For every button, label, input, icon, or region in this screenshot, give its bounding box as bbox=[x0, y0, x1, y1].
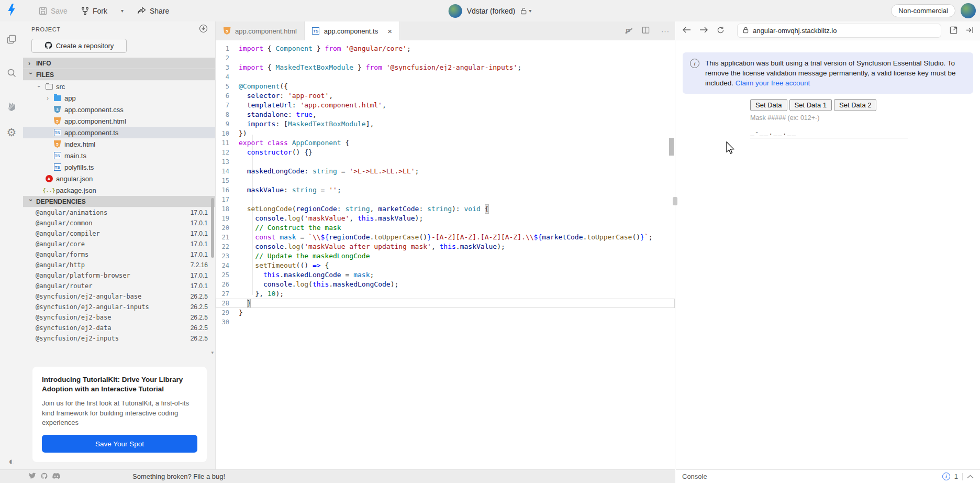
dependency-version: 17.0.1 bbox=[191, 230, 208, 237]
console-bar[interactable]: Console i 1 bbox=[676, 469, 980, 483]
dependency-item[interactable]: @angular/forms17.0.1 bbox=[23, 249, 215, 260]
search-icon[interactable] bbox=[0, 62, 23, 83]
dependency-item[interactable]: @angular/platform-browser17.0.1 bbox=[23, 270, 215, 281]
project-owner-avatar[interactable] bbox=[449, 4, 462, 18]
ts-file-icon: TS bbox=[312, 27, 319, 35]
prettier-icon[interactable]: P bbox=[626, 27, 630, 35]
file-item[interactable]: 3app.component.css bbox=[23, 104, 215, 115]
set-data-button-2[interactable]: Set Data 2 bbox=[834, 99, 876, 111]
file-label: app bbox=[64, 94, 76, 102]
set-data-button-0[interactable]: Set Data bbox=[750, 99, 787, 111]
dependency-version: 26.2.5 bbox=[191, 303, 208, 311]
twitter-icon[interactable] bbox=[29, 473, 36, 481]
user-avatar[interactable] bbox=[961, 3, 976, 18]
github-icon[interactable] bbox=[41, 473, 48, 481]
code-line: 7 templateUrl: 'app.component.html', bbox=[216, 101, 675, 110]
create-repository-button[interactable]: Create a repository bbox=[31, 39, 127, 53]
section-info[interactable]: › INFO bbox=[23, 58, 215, 69]
editor-pane[interactable]: 5app.component.htmlTSapp.component.ts×P·… bbox=[216, 21, 675, 469]
firebase-icon[interactable] bbox=[0, 96, 23, 117]
more-options-icon[interactable]: ··· bbox=[661, 27, 670, 35]
dependency-item[interactable]: @angular/http7.2.16 bbox=[23, 260, 215, 270]
splitter-handle[interactable] bbox=[673, 197, 677, 205]
visibility-unlock-icon[interactable]: ▾ bbox=[520, 7, 531, 15]
dependency-name: @angular/common bbox=[36, 219, 191, 227]
back-icon[interactable] bbox=[682, 26, 691, 35]
masked-textbox-input[interactable]: _-__.__.__ bbox=[750, 128, 908, 136]
code-line: 5@Component({ bbox=[216, 82, 675, 91]
address-bar[interactable]: angular-omvqhj.stackblitz.io bbox=[737, 24, 941, 38]
file-item[interactable]: 5app.component.html bbox=[23, 115, 215, 127]
file-item[interactable]: 5index.html bbox=[23, 138, 215, 150]
discord-icon[interactable] bbox=[52, 473, 60, 481]
project-panel: PROJECT Create a repository › INFO › FIL… bbox=[23, 21, 216, 469]
tab-label: app.component.ts bbox=[324, 27, 378, 35]
file-item[interactable]: TSmain.ts bbox=[23, 150, 215, 161]
save-button[interactable]: Save bbox=[39, 7, 68, 15]
fork-icon bbox=[81, 7, 89, 15]
dependency-item[interactable]: @angular/compiler17.0.1 bbox=[23, 228, 215, 239]
dependencies-list: @angular/animations17.0.1@angular/common… bbox=[23, 207, 215, 344]
dependency-version: 17.0.1 bbox=[191, 272, 208, 279]
save-icon bbox=[39, 7, 47, 15]
files-panel-icon[interactable] bbox=[0, 29, 23, 50]
file-label: main.ts bbox=[64, 152, 86, 160]
line-number: 12 bbox=[216, 148, 239, 157]
section-dependencies[interactable]: › DEPENDENCIES bbox=[23, 196, 215, 207]
tab-app.component.html[interactable]: 5app.component.html bbox=[216, 21, 305, 40]
forward-icon[interactable] bbox=[699, 26, 708, 35]
save-your-spot-button[interactable]: Save Your Spot bbox=[42, 435, 197, 453]
line-number: 8 bbox=[216, 110, 239, 119]
stackblitz-logo-icon[interactable] bbox=[7, 4, 16, 18]
download-project-icon[interactable] bbox=[199, 24, 208, 35]
split-editor-icon[interactable] bbox=[642, 26, 650, 36]
open-in-new-window-icon[interactable] bbox=[950, 26, 957, 36]
open-in-editor-icon[interactable] bbox=[966, 27, 974, 35]
sidebar-scrollbar[interactable] bbox=[211, 198, 214, 258]
file-item[interactable]: Aangular.json bbox=[23, 173, 215, 184]
set-data-button-1[interactable]: Set Data 1 bbox=[789, 99, 832, 111]
file-item[interactable]: TSapp.component.ts bbox=[23, 127, 215, 138]
share-button[interactable]: Share bbox=[137, 7, 169, 15]
file-item[interactable]: {..}package.json bbox=[23, 184, 215, 196]
line-number: 27 bbox=[216, 289, 239, 299]
dependency-item[interactable]: @syncfusion/ej2-angular-base26.2.5 bbox=[23, 291, 215, 302]
dependency-item[interactable]: @syncfusion/ej2-base26.2.5 bbox=[23, 312, 215, 323]
dependency-item[interactable]: @angular/animations17.0.1 bbox=[23, 207, 215, 218]
close-icon[interactable]: × bbox=[387, 27, 392, 36]
non-commercial-badge[interactable]: Non-commercial bbox=[891, 4, 955, 17]
dependency-item[interactable]: @angular/core17.0.1 bbox=[23, 239, 215, 249]
fork-dropdown-chevron-icon[interactable]: ▾ bbox=[121, 8, 124, 14]
console-expand-chevron-icon[interactable] bbox=[967, 473, 974, 480]
reload-icon[interactable] bbox=[717, 26, 725, 36]
chevron-down-icon: › bbox=[27, 72, 35, 78]
settings-gear-icon[interactable]: ⚙ bbox=[0, 122, 23, 143]
ts-file-icon: TS bbox=[54, 152, 61, 159]
line-number: 10 bbox=[216, 129, 239, 138]
file-a-bug-link[interactable]: Something broken? File a bug! bbox=[132, 473, 225, 480]
dependency-name: @angular/animations bbox=[36, 209, 191, 216]
code-line: 10}) bbox=[216, 129, 675, 138]
dependency-item[interactable]: @angular/router17.0.1 bbox=[23, 281, 215, 291]
tab-app.component.ts[interactable]: TSapp.component.ts× bbox=[305, 21, 400, 40]
line-number: 15 bbox=[216, 176, 239, 185]
dependency-item[interactable]: @syncfusion/ej2-data26.2.5 bbox=[23, 323, 215, 333]
dependency-name: @angular/core bbox=[36, 240, 191, 248]
code-line: 20 // Construct the mask bbox=[216, 223, 675, 233]
claim-account-link[interactable]: Claim your free account bbox=[736, 79, 810, 87]
fork-button[interactable]: Fork bbox=[81, 7, 107, 15]
line-number: 4 bbox=[216, 72, 239, 82]
file-item[interactable]: TSpolyfills.ts bbox=[23, 161, 215, 173]
folder-item[interactable]: ›src bbox=[23, 81, 215, 92]
dependency-item[interactable]: @angular/common17.0.1 bbox=[23, 218, 215, 228]
theme-toggle-icon[interactable]: ◐ bbox=[0, 451, 23, 472]
dependency-item[interactable]: @syncfusion/ej2-angular-inputs26.2.5 bbox=[23, 302, 215, 312]
section-files[interactable]: › FILES bbox=[23, 69, 215, 81]
code-editor[interactable]: 1import { Component } from '@angular/cor… bbox=[216, 40, 675, 327]
code-line: 12 constructor() {} bbox=[216, 148, 675, 157]
folder-item[interactable]: ›app bbox=[23, 92, 215, 104]
dependency-item[interactable]: @syncfusion/ej2-inputs26.2.5 bbox=[23, 333, 215, 344]
editor-scrollbar[interactable] bbox=[669, 138, 674, 156]
code-line: 29} bbox=[216, 308, 675, 317]
dependency-name: @angular/http bbox=[36, 261, 191, 269]
